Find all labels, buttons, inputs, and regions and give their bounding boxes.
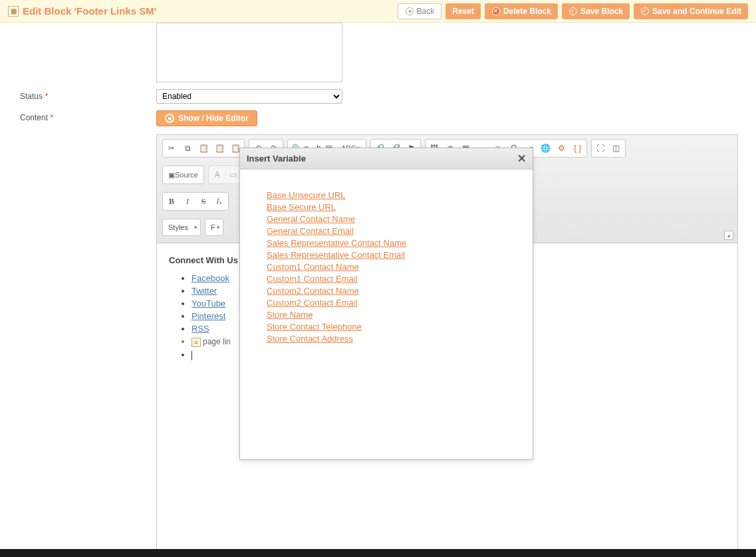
content-link[interactable]: Facebook [191,273,229,283]
dialog-title: Insert Variable [247,154,306,164]
content-link[interactable]: Pinterest [191,311,225,321]
delete-block-button[interactable]: ✕ Delete Block [485,3,558,19]
text-cursor [191,351,192,360]
content-label: Content * [20,110,156,122]
back-arrow-icon: ◂ [406,7,414,15]
clipboard-group: ✂ ⧉ 📋 📋 📋 [162,139,245,158]
source-button[interactable]: ▣ Source [164,167,202,182]
variable-link[interactable]: Custom1 Contact Name [267,261,506,273]
toggle-editor-button[interactable]: Show / Hide Editor [156,110,257,126]
content-link[interactable]: RSS [191,324,209,334]
template2-button[interactable]: ▭ [226,167,241,182]
italic-button[interactable]: I [180,194,195,209]
widget-label: page lin [203,337,231,346]
variable-link[interactable]: Store Contact Telephone [267,321,506,333]
toolbar-collapse-icon[interactable]: ▴ [724,231,733,240]
copy-button[interactable]: ⧉ [180,141,195,156]
basic-style-group: B I S Iₓ [162,192,229,211]
topbar-actions: ◂ Back Reset ✕ Delete Block ✓ Save Block… [398,3,748,19]
delete-icon: ✕ [492,7,500,15]
variable-link[interactable]: Custom2 Contact Email [267,297,506,309]
variable-link[interactable]: Base Unsecure URL [267,189,506,201]
variable-link[interactable]: Sales Representative Contact Email [267,249,506,261]
content-link[interactable]: Twitter [191,286,217,296]
variable-link[interactable]: General Contact Email [267,225,506,237]
variable-link[interactable]: Base Secure URL [267,201,506,213]
page-body: Status * Enabled Content * Show / Hide E… [0,23,756,557]
widget-icon: ≡ [191,338,201,347]
maximize-button[interactable]: ⛶ [593,141,608,156]
check-icon: ✓ [569,7,577,15]
removeformat-button[interactable]: Iₓ [212,194,227,209]
paste-text-button[interactable]: 📋 [212,141,227,156]
bold-button[interactable]: B [164,194,179,209]
page-title: ▦ Edit Block 'Footer Links SM' [8,5,156,17]
status-select[interactable]: Enabled [156,89,342,104]
showblocks-button[interactable]: ◫ [609,141,624,156]
check-icon: ✓ [641,7,649,15]
block-icon: ▦ [8,6,19,17]
field-placeholder-box [156,23,342,82]
variable-button[interactable]: { } [570,141,585,156]
dialog-body: Base Unsecure URL Base Secure URL Genera… [240,169,533,365]
back-button[interactable]: ◂ Back [398,3,442,19]
source-group: ▣ Source [162,166,204,184]
eye-icon [165,114,174,123]
paste-button[interactable]: 📋 [196,141,211,156]
insert-variable-dialog: Insert Variable ✕ Base Unsecure URL Base… [239,148,533,460]
status-label: Status * [20,89,156,101]
dialog-header: Insert Variable ✕ [240,148,533,169]
variable-link[interactable]: General Contact Name [267,213,506,225]
reset-button[interactable]: Reset [445,3,481,19]
template-group: A ▭ [208,166,243,184]
content-link[interactable]: YouTube [191,298,225,308]
strike-button[interactable]: S [196,194,211,209]
save-continue-button[interactable]: ✓ Save and Continue Edit [634,3,748,19]
iframe-button[interactable]: 🌐 [539,141,553,156]
variable-link[interactable]: Store Contact Address [267,333,506,345]
browser-status-strip [0,549,756,557]
styles-select[interactable]: Styles [162,219,201,236]
tools-group: ⛶ ◫ [591,139,626,158]
widget-button[interactable]: ⚙ [555,141,569,156]
cut-button[interactable]: ✂ [164,141,179,156]
save-block-button[interactable]: ✓ Save Block [562,3,630,19]
status-row: Status * Enabled [20,89,748,104]
variable-link[interactable]: Custom2 Contact Name [267,285,506,297]
format-select[interactable]: F [205,219,223,236]
variable-link[interactable]: Custom1 Contact Email [267,273,506,285]
topbar: ▦ Edit Block 'Footer Links SM' ◂ Back Re… [0,0,756,23]
variable-link[interactable]: Sales Representative Contact Name [267,237,506,249]
template-button[interactable]: A [210,167,225,182]
variable-link[interactable]: Store Name [267,309,506,321]
close-icon[interactable]: ✕ [517,152,526,165]
